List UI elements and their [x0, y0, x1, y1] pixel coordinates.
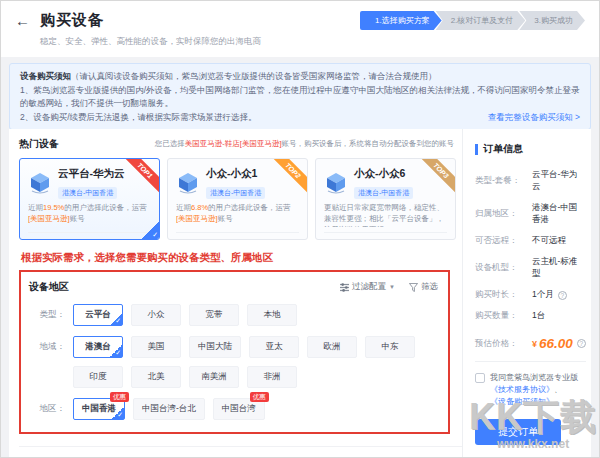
order-info-title: 订单信息: [483, 142, 523, 156]
order-label: 可否远程：: [475, 235, 532, 247]
chevron-down-icon: ▼: [389, 284, 395, 290]
filter-district-hongkong[interactable]: 中国香港 优惠 ✓: [73, 398, 125, 420]
card-description: 更贴近日常家庭宽带网络，稳定性、兼容性更强；相比「云平台设备」，注册浏览效果更好: [324, 203, 447, 227]
device-card-niche-6[interactable]: TOP3 小众-小众6 港澳台-中国香港 更贴近日常家庭宽带网络，稳定性、兼容性…: [315, 158, 456, 240]
filter-area-south-america[interactable]: 南美洲: [189, 366, 239, 388]
help-icon[interactable]: [577, 339, 586, 348]
order-label: 归属地区：: [475, 208, 532, 220]
filter-area-india[interactable]: 印度: [73, 366, 123, 388]
step-confirm-pay: 2.核对订单及支付: [436, 11, 526, 30]
filter-type-cloud-platform[interactable]: 云平台 ✓: [73, 304, 123, 326]
filter-option-label: 港澳台: [85, 341, 111, 351]
order-value: 港澳台-中国香港: [532, 202, 586, 226]
filter-option-label: 中国台湾: [222, 403, 256, 413]
filter-type-local[interactable]: 本地: [247, 304, 297, 326]
page-header: ← 购买设备 1.选择购买方案 2.核对订单及支付 3.购买成功 稳定、安全、弹…: [1, 1, 599, 57]
selected-check-icon: ✓: [110, 345, 122, 357]
area-row-label: 地域：: [29, 336, 73, 388]
purchase-notice-link[interactable]: 《设备购买须知》: [490, 397, 554, 406]
filter-area-china-mainland[interactable]: 中国大陆: [189, 336, 241, 358]
desc-text: 账号: [70, 214, 85, 223]
device-card-niche-1[interactable]: TOP2 小众-小众1 港澳台-中国香港 近期6.8%的用户选择此设备，运营[美…: [167, 158, 308, 240]
view-full-notice-link[interactable]: 查看完整设备购买须知 >: [488, 111, 580, 125]
main-panel: 热门设备 您已选择美国亚马逊-鞋店[美国亚马逊]账号，购买设备后，系统将自动分配…: [9, 129, 591, 458]
device-cards: TOP1 云平台-华为云 港澳台-中国香港 近期19.5%的用户选择此设备，运营…: [19, 158, 462, 240]
order-label: 设备机型：: [475, 262, 532, 274]
card-title: 云平台-华为云: [58, 167, 125, 181]
agreement-separator: 、: [554, 385, 562, 394]
discount-badge: 优惠: [110, 392, 129, 402]
notice-title-suffix: （请认真阅读设备购买须知，紫鸟浏览器专业版提供的设备皆受国家网络监管，请合法合规…: [71, 71, 437, 81]
card-price: 66.00: [34, 237, 72, 240]
filter-type-niche[interactable]: 小众: [131, 304, 181, 326]
selected-check-icon: ✓: [110, 313, 122, 325]
order-info-sidebar: 订单信息 类型-套餐：云平台-华为云 归属地区：港澳台-中国香港 可否远程：不可…: [462, 129, 598, 458]
account-prefix: 您已选择: [155, 139, 185, 148]
card-region-tag: 港澳台-中国香港: [58, 187, 117, 199]
funnel-icon: [409, 283, 418, 292]
agreement-prefix: 我同意紫鸟浏览器专业版: [490, 373, 578, 382]
page-subtitle: 稳定、安全、弹性、高性能的设备，实时保障您的出海电商: [40, 36, 585, 48]
tech-service-agreement-link[interactable]: 《技术服务协议》: [490, 385, 554, 394]
filter-area-europe[interactable]: 欧洲: [307, 336, 357, 358]
purchase-device-page: ← 购买设备 1.选择购买方案 2.核对订单及支付 3.购买成功 稳定、安全、弹…: [0, 0, 600, 458]
divider: [475, 361, 586, 362]
order-label: 类型-套餐：: [475, 175, 532, 187]
order-value: 云主机-标准型: [532, 256, 586, 280]
device-card-huawei-cloud[interactable]: TOP1 云平台-华为云 港澳台-中国香港 近期19.5%的用户选择此设备，运营…: [19, 158, 160, 240]
desc-text: 账号: [218, 214, 233, 223]
order-label: 购买数量：: [475, 310, 532, 322]
desc-text: 近期: [28, 203, 43, 212]
filter-district-taiwan[interactable]: 中国台湾 优惠: [213, 398, 265, 420]
filter-area-north-america[interactable]: 北美: [131, 366, 181, 388]
desc-highlight: [美国亚马逊]: [28, 214, 70, 223]
desc-text: 的用户选择此设备，运营: [64, 203, 147, 212]
order-value: 1台: [532, 310, 545, 322]
page-title: 购买设备: [40, 11, 104, 30]
device-region-section: 设备地区 过滤配置 ▼ 筛选 类: [19, 270, 450, 434]
filter-label: 筛选: [421, 281, 438, 293]
filter-config-control[interactable]: 过滤配置 ▼: [340, 281, 395, 293]
filter-control[interactable]: 筛选: [409, 281, 438, 293]
discount-badge: 优惠: [250, 392, 269, 402]
type-row-label: 类型：: [29, 304, 73, 326]
card-description: 近期19.5%的用户选择此设备，运营[美国亚马逊]账号: [28, 203, 151, 227]
submit-order-button[interactable]: 提交订单: [475, 419, 561, 445]
help-icon[interactable]: [558, 291, 567, 300]
estimated-price: 66.00: [539, 336, 573, 351]
device-cube-icon: [176, 171, 200, 195]
filter-type-broadband[interactable]: 宽带: [189, 304, 239, 326]
sliders-icon: [340, 283, 349, 292]
desc-text: 的用户选择此设备，运营: [208, 203, 291, 212]
filter-area-africa[interactable]: 非洲: [247, 366, 297, 388]
agreement-checkbox[interactable]: [475, 373, 485, 383]
order-value: 不可远程: [532, 235, 566, 247]
card-price: 128.00: [330, 237, 376, 240]
desc-percent: 19.5%: [43, 203, 64, 212]
card-region-tag: 港澳台-中国香港: [354, 187, 413, 199]
desc-percent: 6.8%: [191, 203, 208, 212]
back-arrow-icon[interactable]: ←: [15, 13, 30, 28]
selected-check-icon: ✓: [142, 222, 159, 239]
device-cube-icon: [324, 171, 348, 195]
selected-check-icon: ✓: [112, 407, 124, 419]
card-title: 小众-小众1: [206, 167, 265, 181]
main-content: 热门设备 您已选择美国亚马逊-鞋店[美国亚马逊]账号，购买设备后，系统将自动分配…: [9, 129, 462, 458]
card-price: 88.00: [182, 237, 220, 240]
filter-option-label: 中国香港: [82, 403, 116, 413]
hot-devices-title: 热门设备: [19, 137, 59, 151]
agreement-text: 我同意紫鸟浏览器专业版《技术服务协议》、《设备购买须知》: [490, 372, 586, 408]
filter-area-apac[interactable]: 亚太: [249, 336, 299, 358]
filter-area-hk-mo-tw[interactable]: 港澳台 ✓: [73, 336, 123, 358]
filter-area-usa[interactable]: 美国: [131, 336, 181, 358]
desc-text: 近期: [176, 203, 191, 212]
filter-config-label: 过滤配置: [352, 281, 386, 293]
purchase-notice: 设备购买须知（请认真阅读设备购买须知，紫鸟浏览器专业版提供的设备皆受国家网络监管…: [9, 63, 591, 130]
account-suffix: 账号，购买设备后，系统将自动分配设备到您的账号: [282, 139, 455, 148]
step-success: 3.购买成功: [519, 11, 585, 30]
filter-district-taipei[interactable]: 中国台湾-台北: [133, 398, 205, 420]
step-indicator: 1.选择购买方案 2.核对订单及支付 3.购买成功: [360, 11, 585, 30]
agreement-row: 我同意紫鸟浏览器专业版《技术服务协议》、《设备购买须知》: [475, 372, 586, 408]
district-row-label: 地区：: [29, 398, 73, 420]
filter-area-middle-east[interactable]: 中东: [365, 336, 415, 358]
